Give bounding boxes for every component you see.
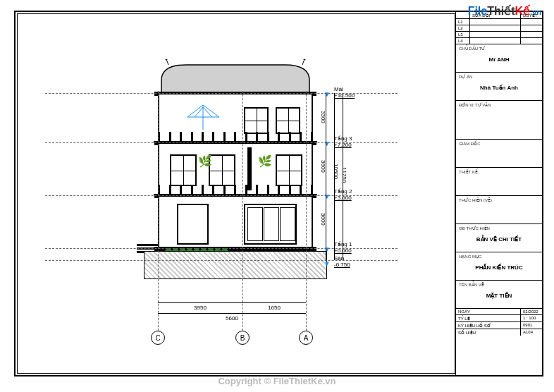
grid-bubble-a: A bbox=[299, 331, 313, 345]
grid-line bbox=[242, 91, 243, 338]
tb-director: GIÁM ĐỐC bbox=[456, 140, 542, 168]
grid-bubble-b: B bbox=[235, 331, 250, 345]
window bbox=[170, 154, 197, 186]
level-marker-3: Tầng 3+7.200 bbox=[334, 135, 412, 148]
svg-point-1 bbox=[303, 59, 306, 60]
copyright-watermark: Copyright © FileThietKe.vn bbox=[218, 376, 336, 386]
window bbox=[276, 154, 302, 186]
level-marker-ground: Sân-0.750 bbox=[334, 255, 412, 268]
building-elevation: 🌿 🌿 Mái+10.500 Tầng 3+7.200 Tầng 2+3.600… bbox=[158, 59, 313, 285]
svg-point-0 bbox=[165, 59, 168, 60]
tb-category: HẠNG MỤCPHẦN KIẾN TRÚC bbox=[456, 252, 542, 281]
level-marker-roof: Mái+10.500 bbox=[334, 86, 412, 99]
grid-bubble-c: C bbox=[151, 331, 165, 345]
tb-owner: CHỦ ĐẦU TƯMr ANH bbox=[456, 44, 542, 73]
tb-drafter: THỰC HIỆN (VẼ) bbox=[456, 196, 542, 224]
level-marker-1: Tầng 1+0.000 bbox=[334, 241, 412, 254]
floor-2: 🌿 🌿 bbox=[158, 142, 313, 195]
planter bbox=[165, 241, 228, 248]
tb-scale: TỶ LỆ1 : 100 bbox=[456, 315, 542, 322]
horizontal-dimension: 3950 bbox=[158, 302, 242, 311]
foundation-hatch bbox=[144, 251, 327, 279]
plant-icon: 🌿 bbox=[258, 154, 272, 169]
door-main bbox=[244, 204, 297, 245]
window bbox=[209, 154, 235, 186]
drawing-area: 🌿 🌿 Mái+10.500 Tầng 3+7.200 Tầng 2+3.600… bbox=[17, 13, 455, 374]
door-side bbox=[177, 204, 209, 245]
tb-doc-code: KÝ HIỆU HỒ SƠ0901 bbox=[456, 322, 542, 329]
roof bbox=[158, 59, 313, 94]
tb-drawing-name: TÊN BẢN VẼMẶT TIỀN bbox=[456, 281, 542, 309]
tb-sheet-no: SỐ HIỆUA104 bbox=[456, 329, 542, 336]
tb-phase: GĐ THỰC HIỆNBẢN VẼ CHI TIẾT bbox=[456, 224, 542, 252]
column bbox=[247, 147, 252, 190]
titleblock: SỬA ĐỔIDUYỆT L1 L2 L3 L4 CHỦ ĐẦU TƯMr AN… bbox=[455, 11, 543, 376]
tb-project: DỰ ÁNNhà Tuấn Anh bbox=[456, 73, 542, 101]
level-marker-2: Tầng 2+3.600 bbox=[334, 188, 412, 201]
grid-line bbox=[158, 91, 159, 338]
tb-consultant: ĐƠN VỊ TƯ VẤN bbox=[456, 101, 542, 140]
horizontal-dimension-total: 5600 bbox=[158, 313, 306, 321]
floor-3 bbox=[158, 93, 313, 142]
plant-icon: 🌿 bbox=[198, 154, 212, 169]
tb-date: NGÀY02/2022 bbox=[456, 309, 542, 315]
grid-line bbox=[306, 91, 307, 338]
window bbox=[244, 107, 269, 134]
window bbox=[276, 107, 300, 134]
floor-1 bbox=[158, 195, 313, 248]
horizontal-dimension: 1650 bbox=[242, 302, 306, 311]
umbrella-icon bbox=[184, 102, 223, 133]
logo-watermark: FileThiếtKế.vn bbox=[468, 4, 541, 18]
tb-designer: THIẾT KẾ bbox=[456, 168, 542, 196]
